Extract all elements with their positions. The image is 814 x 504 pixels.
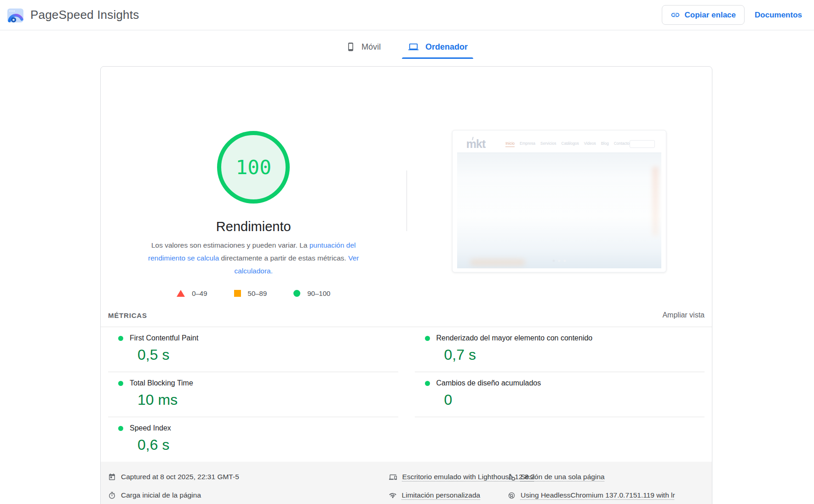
- score-category-title: Rendimiento: [101, 219, 407, 234]
- preview-site-header: mkt Inicio Empresa Servicios Catálogos V…: [457, 135, 661, 153]
- meta-initial-page-load: Carga inicial de la página: [108, 491, 389, 499]
- metric-label: Renderizado del mayor elemento con conte…: [436, 334, 593, 342]
- active-tab-indicator: [402, 57, 473, 59]
- metric-empty-cell: [415, 417, 705, 462]
- orange-square-icon: [234, 290, 241, 297]
- documentation-link[interactable]: Documentos: [755, 11, 802, 20]
- legend-item-average: 50–89: [234, 289, 267, 297]
- preview-nav-item: Empresa: [520, 141, 535, 147]
- metric-total-blocking-time: Total Blocking Time 10 ms: [108, 372, 398, 417]
- green-dot-icon: [118, 426, 123, 431]
- legend-item-fail: 0–49: [177, 289, 207, 297]
- tab-desktop-label: Ordenador: [425, 42, 468, 52]
- score-section: 100 Rendimiento Los valores son estimaci…: [101, 67, 712, 297]
- green-circle-icon: [293, 290, 300, 297]
- metric-value: 10 ms: [138, 391, 398, 408]
- performance-score-gauge: 100: [217, 131, 290, 204]
- app-header: PageSpeed Insights Copiar enlace Documen…: [0, 0, 814, 30]
- preview-nav-item: Catálogos: [562, 141, 579, 147]
- green-dot-icon: [118, 381, 123, 386]
- single-page-session-icon: [508, 473, 516, 481]
- stopwatch-icon: [108, 492, 116, 499]
- tab-mobile[interactable]: Móvil: [341, 35, 386, 59]
- metric-first-contentful-paint: First Contentful Paint 0,5 s: [108, 327, 398, 372]
- legend-item-pass: 90–100: [293, 289, 330, 297]
- preview-nav-item: Inicio: [505, 141, 515, 147]
- score-legend: 0–49 50–89 90–100: [101, 289, 407, 297]
- report-meta-footer: Captured at 8 oct 2025, 22:31 GMT-5 Carg…: [101, 462, 712, 504]
- metric-cumulative-layout-shift: Cambios de diseño acumulados 0: [415, 372, 705, 417]
- device-tabs: Móvil Ordenador: [0, 30, 814, 59]
- meta-text[interactable]: Limitación personalizada: [402, 491, 481, 499]
- meta-emulated-device: Escritorio emulado with Lighthouse 12.8.…: [389, 473, 508, 481]
- meta-session-type: Sesión de una sola página: [508, 473, 705, 481]
- preview-hero-image: [457, 153, 661, 268]
- tab-desktop[interactable]: Ordenador: [402, 35, 473, 59]
- legend-range-average: 50–89: [248, 289, 267, 297]
- laptop-icon: [407, 42, 419, 52]
- preview-nav-item: Servicios: [540, 141, 556, 147]
- page-screenshot-thumbnail[interactable]: mkt Inicio Empresa Servicios Catálogos V…: [452, 130, 666, 272]
- metrics-section-title: MÉTRICAS: [108, 311, 147, 319]
- preview-site-nav: Inicio Empresa Servicios Catálogos Video…: [505, 141, 630, 147]
- pagespeed-logo-icon: [6, 7, 25, 23]
- meta-text[interactable]: Sesión de una sola página: [521, 473, 605, 481]
- preview-site-logo: mkt: [466, 137, 485, 151]
- brand: PageSpeed Insights: [6, 7, 139, 23]
- legend-range-pass: 90–100: [307, 289, 330, 297]
- preview-column: mkt Inicio Empresa Servicios Catálogos V…: [407, 67, 712, 297]
- metric-value: 0,6 s: [138, 436, 398, 453]
- score-description-text: Los valores son estimaciones y pueden va…: [151, 241, 310, 249]
- metrics-header: MÉTRICAS Ampliar vista: [101, 311, 712, 327]
- performance-score-value: 100: [235, 156, 271, 179]
- network-throttle-icon: [389, 492, 397, 499]
- meta-text: Captured at 8 oct 2025, 22:31 GMT-5: [121, 473, 239, 481]
- metric-largest-contentful-paint: Renderizado del mayor elemento con conte…: [415, 327, 705, 372]
- smartphone-icon: [346, 41, 355, 52]
- copy-link-label: Copiar enlace: [685, 11, 736, 20]
- preview-nav-item: Contacto: [614, 141, 630, 147]
- meta-text: Carga inicial de la página: [121, 491, 201, 499]
- metric-value: 0,5 s: [138, 346, 398, 363]
- page-title: PageSpeed Insights: [30, 8, 139, 22]
- metric-label: Total Blocking Time: [130, 379, 193, 387]
- metric-value: 0,7 s: [444, 346, 705, 363]
- meta-capture-time: Captured at 8 oct 2025, 22:31 GMT-5: [108, 473, 389, 481]
- column-divider: [407, 170, 407, 231]
- green-dot-icon: [118, 336, 123, 341]
- performance-report-card: 100 Rendimiento Los valores son estimaci…: [100, 66, 712, 504]
- meta-text[interactable]: Using HeadlessChromium 137.0.7151.119 wi…: [521, 491, 675, 499]
- metric-label: First Contentful Paint: [130, 334, 198, 342]
- green-dot-icon: [425, 336, 430, 341]
- preview-nav-item: Blog: [601, 141, 609, 147]
- legend-range-fail: 0–49: [192, 289, 207, 297]
- copy-link-button[interactable]: Copiar enlace: [662, 5, 745, 25]
- score-gauge-column: 100 Rendimiento Los valores son estimaci…: [101, 67, 407, 297]
- calendar-icon: [108, 473, 116, 481]
- metric-value: 0: [444, 391, 705, 408]
- chromium-icon: [508, 492, 516, 499]
- metric-speed-index: Speed Index 0,6 s: [108, 417, 398, 462]
- preview-search-box: [630, 140, 655, 148]
- red-triangle-icon: [177, 290, 185, 297]
- preview-carousel-dots: [552, 260, 566, 262]
- metrics-grid: First Contentful Paint 0,5 s Renderizado…: [101, 327, 712, 462]
- score-description: Los valores son estimaciones y pueden va…: [143, 239, 363, 277]
- metric-label: Cambios de diseño acumulados: [436, 379, 541, 387]
- preview-nav-item: Videos: [584, 141, 596, 147]
- score-description-text-2: directamente a partir de estas métricas.: [219, 254, 348, 262]
- green-dot-icon: [425, 381, 430, 386]
- metric-label: Speed Index: [130, 424, 171, 432]
- emulated-device-icon: [389, 473, 397, 481]
- link-icon: [671, 10, 680, 20]
- meta-browser: Using HeadlessChromium 137.0.7151.119 wi…: [508, 491, 705, 499]
- tab-mobile-label: Móvil: [361, 42, 381, 52]
- expand-view-link[interactable]: Ampliar vista: [662, 311, 705, 319]
- meta-throttling: Limitación personalizada: [389, 491, 508, 499]
